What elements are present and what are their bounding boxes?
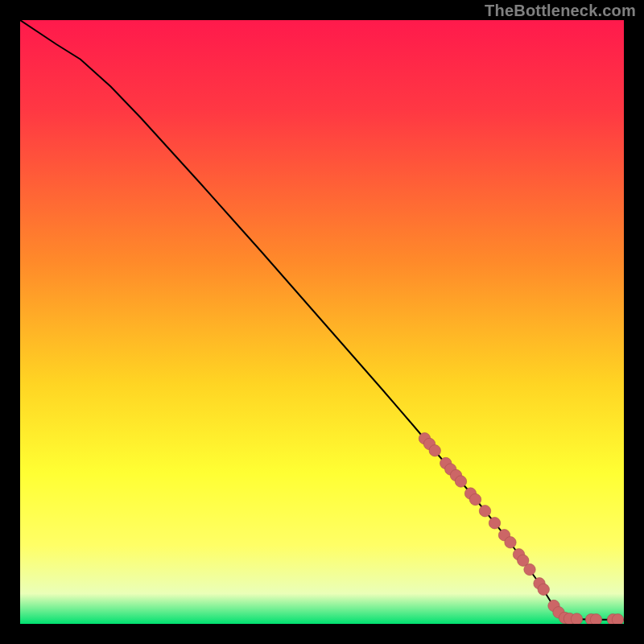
plot-area [20, 20, 624, 624]
data-marker [524, 564, 535, 575]
data-marker [538, 584, 549, 595]
data-marker [489, 518, 500, 529]
data-marker [571, 613, 582, 624]
data-marker [590, 614, 601, 624]
threshold-curve [20, 20, 624, 620]
data-marker [429, 445, 440, 456]
curve-layer [20, 20, 624, 624]
data-marker [469, 493, 481, 505]
marker-group [419, 433, 623, 624]
data-marker [479, 506, 490, 517]
data-marker [505, 537, 516, 548]
attribution-label: TheBottleneck.com [485, 2, 636, 20]
data-marker [455, 476, 466, 487]
chart-stage: TheBottleneck.com [0, 0, 644, 644]
data-marker [612, 614, 623, 624]
